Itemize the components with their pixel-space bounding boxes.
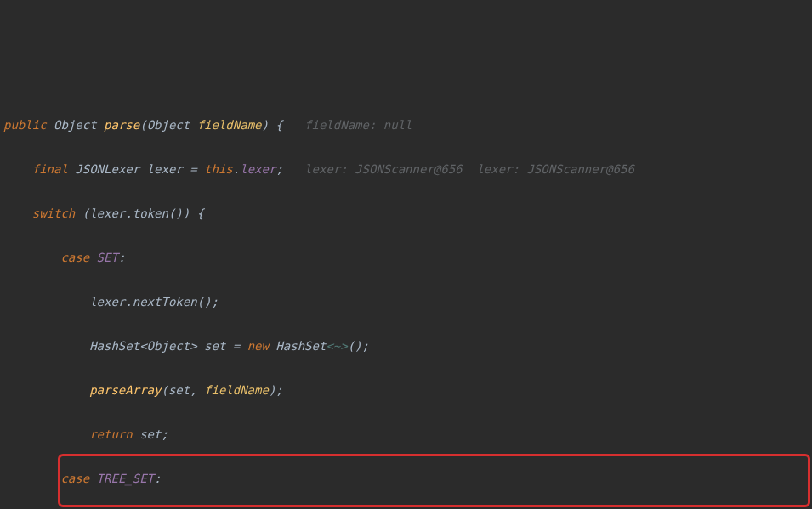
generic-type: Object: [147, 339, 190, 353]
code-line: lexer.nextToken();: [0, 291, 812, 313]
enum-constant: TREE_SET: [97, 472, 154, 485]
variable: lexer: [147, 162, 183, 176]
keyword-this: this: [204, 162, 233, 176]
code-line: HashSet<Object> set = new HashSet<~>();: [0, 335, 812, 357]
variable: set: [139, 427, 161, 441]
method-call: parseArray: [89, 383, 161, 397]
inline-hint: fieldName: null: [304, 118, 412, 132]
type-name: HashSet: [89, 339, 139, 353]
inline-hint: lexer: JSONScanner@656 lexer: JSONScanne…: [304, 162, 634, 176]
arg: fieldName: [204, 383, 269, 397]
diamond-op: <~>: [326, 339, 347, 353]
variable: set: [204, 339, 225, 353]
variable: lexer: [89, 295, 125, 308]
method-call: token: [133, 206, 168, 220]
keyword-final: final: [32, 162, 68, 176]
keyword-public: public: [3, 118, 47, 132]
arg: set: [168, 383, 190, 397]
constructor: HashSet: [275, 339, 326, 353]
method-name: parse: [104, 118, 139, 132]
keyword-switch: switch: [32, 206, 76, 220]
code-line: public Object parse(Object fieldName) { …: [0, 114, 812, 136]
param-name: fieldName: [197, 118, 262, 132]
code-line: case TREE_SET:: [0, 467, 812, 489]
keyword-return: return: [89, 427, 133, 441]
code-line: case SET:: [0, 246, 812, 269]
code-line: parseArray(set, fieldName);: [0, 379, 812, 401]
variable: lexer: [89, 206, 125, 220]
code-line: return set;: [0, 423, 812, 445]
keyword-case: case: [60, 251, 89, 264]
code-editor[interactable]: public Object parse(Object fieldName) { …: [0, 92, 812, 509]
method-call: nextToken: [133, 295, 197, 308]
type-name: JSONLexer: [75, 162, 139, 176]
code-line: final JSONLexer lexer = this.lexer; lexe…: [0, 158, 812, 180]
keyword-new: new: [247, 339, 269, 353]
param-type: Object: [147, 118, 190, 132]
enum-constant: SET: [97, 251, 118, 264]
return-type: Object: [54, 118, 97, 132]
keyword-case: case: [60, 472, 89, 485]
property: lexer: [240, 162, 275, 176]
code-line: switch (lexer.token()) {: [0, 202, 812, 224]
